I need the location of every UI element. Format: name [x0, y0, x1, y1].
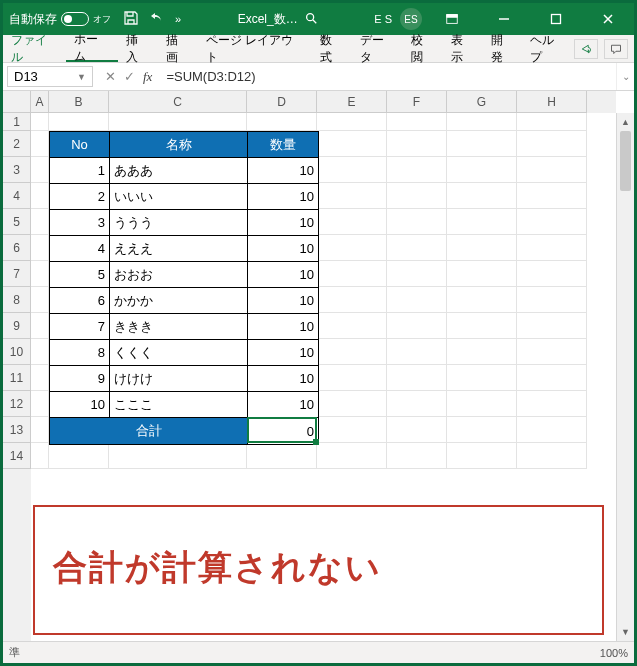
row-header-3[interactable]: 3	[3, 157, 31, 183]
close-button[interactable]	[586, 3, 630, 35]
row-header-10[interactable]: 10	[3, 339, 31, 365]
scroll-down-icon[interactable]: ▼	[617, 623, 634, 641]
scroll-up-icon[interactable]: ▲	[617, 113, 634, 131]
toggle-switch[interactable]	[61, 12, 89, 26]
tab-1[interactable]: ホーム	[66, 35, 118, 62]
zoom-level[interactable]: 100%	[600, 647, 628, 659]
search-icon[interactable]	[304, 11, 318, 28]
tab-10[interactable]: ヘルプ	[522, 35, 574, 62]
cell-name-1[interactable]: いいい	[110, 184, 248, 210]
chevron-down-icon[interactable]: ▼	[77, 72, 86, 82]
row-header-2[interactable]: 2	[3, 131, 31, 157]
save-icon[interactable]	[123, 10, 139, 29]
tab-0[interactable]: ファイル	[3, 35, 66, 62]
cell-no-0[interactable]: 1	[50, 158, 110, 184]
row-header-5[interactable]: 5	[3, 209, 31, 235]
cell-name-8[interactable]: けけけ	[110, 366, 248, 392]
autosave-toggle[interactable]: 自動保存 オフ	[9, 11, 111, 28]
column-headers: ABCDEFGH	[31, 91, 616, 113]
cell-no-7[interactable]: 8	[50, 340, 110, 366]
cell-no-6[interactable]: 7	[50, 314, 110, 340]
cell-no-4[interactable]: 5	[50, 262, 110, 288]
scroll-thumb[interactable]	[620, 131, 631, 191]
header-qty[interactable]: 数量	[248, 132, 318, 158]
cell-name-3[interactable]: えええ	[110, 236, 248, 262]
cell-name-2[interactable]: ううう	[110, 210, 248, 236]
cell-no-8[interactable]: 9	[50, 366, 110, 392]
row-header-14[interactable]: 14	[3, 443, 31, 469]
status-bar: 準 100%	[3, 641, 634, 663]
tab-8[interactable]: 表示	[443, 35, 483, 62]
fx-icon[interactable]: fx	[143, 69, 152, 85]
row-header-8[interactable]: 8	[3, 287, 31, 313]
cell-no-1[interactable]: 2	[50, 184, 110, 210]
cell-qty-2[interactable]: 10	[248, 210, 318, 236]
tab-7[interactable]: 校閲	[403, 35, 443, 62]
col-header-E[interactable]: E	[317, 91, 387, 113]
ribbon-display-icon[interactable]	[430, 3, 474, 35]
formula-input[interactable]	[160, 63, 616, 90]
cell-no-5[interactable]: 6	[50, 288, 110, 314]
autosave-state: オフ	[93, 13, 111, 26]
tab-4[interactable]: ページ レイアウト	[198, 35, 312, 62]
name-box[interactable]: D13 ▼	[7, 66, 93, 87]
cell-qty-9[interactable]: 10	[248, 392, 318, 418]
row-header-9[interactable]: 9	[3, 313, 31, 339]
cell-no-3[interactable]: 4	[50, 236, 110, 262]
maximize-button[interactable]	[534, 3, 578, 35]
col-header-B[interactable]: B	[49, 91, 109, 113]
cell-name-5[interactable]: かかか	[110, 288, 248, 314]
total-value[interactable]: 0	[248, 418, 318, 444]
name-box-value: D13	[14, 69, 38, 84]
tab-2[interactable]: 挿入	[118, 35, 158, 62]
cancel-formula-icon[interactable]: ✕	[105, 69, 116, 84]
svg-point-0	[306, 13, 313, 20]
col-header-G[interactable]: G	[447, 91, 517, 113]
cell-qty-8[interactable]: 10	[248, 366, 318, 392]
cell-name-7[interactable]: くくく	[110, 340, 248, 366]
cell-name-6[interactable]: ききき	[110, 314, 248, 340]
cell-no-9[interactable]: 10	[50, 392, 110, 418]
cell-no-2[interactable]: 3	[50, 210, 110, 236]
row-header-12[interactable]: 12	[3, 391, 31, 417]
undo-icon[interactable]	[149, 10, 165, 29]
tab-5[interactable]: 数式	[312, 35, 352, 62]
cell-qty-1[interactable]: 10	[248, 184, 318, 210]
row-header-6[interactable]: 6	[3, 235, 31, 261]
cell-name-4[interactable]: おおお	[110, 262, 248, 288]
share-button[interactable]	[574, 39, 598, 59]
expand-formula-bar-icon[interactable]: ⌄	[616, 63, 634, 90]
minimize-button[interactable]	[482, 3, 526, 35]
cell-qty-5[interactable]: 10	[248, 288, 318, 314]
row-header-11[interactable]: 11	[3, 365, 31, 391]
enter-formula-icon[interactable]: ✓	[124, 69, 135, 84]
header-no[interactable]: No	[50, 132, 110, 158]
row-header-7[interactable]: 7	[3, 261, 31, 287]
annotation-callout: 合計が計算されない	[33, 505, 604, 635]
user-avatar[interactable]: ES	[400, 8, 422, 30]
tab-3[interactable]: 描画	[158, 35, 198, 62]
col-header-H[interactable]: H	[517, 91, 587, 113]
cell-qty-3[interactable]: 10	[248, 236, 318, 262]
cell-qty-0[interactable]: 10	[248, 158, 318, 184]
tab-9[interactable]: 開発	[483, 35, 523, 62]
row-header-13[interactable]: 13	[3, 417, 31, 443]
total-label[interactable]: 合計	[50, 418, 248, 444]
col-header-D[interactable]: D	[247, 91, 317, 113]
callout-text: 合計が計算されない	[35, 507, 602, 629]
col-header-F[interactable]: F	[387, 91, 447, 113]
cell-qty-6[interactable]: 10	[248, 314, 318, 340]
cell-name-9[interactable]: こここ	[110, 392, 248, 418]
vertical-scrollbar[interactable]: ▲ ▼	[616, 113, 634, 641]
select-all-corner[interactable]	[3, 91, 31, 113]
col-header-C[interactable]: C	[109, 91, 247, 113]
cell-name-0[interactable]: あああ	[110, 158, 248, 184]
col-header-A[interactable]: A	[31, 91, 49, 113]
tab-6[interactable]: データ	[352, 35, 404, 62]
cell-qty-7[interactable]: 10	[248, 340, 318, 366]
cell-qty-4[interactable]: 10	[248, 262, 318, 288]
row-header-1[interactable]: 1	[3, 113, 31, 131]
header-name[interactable]: 名称	[110, 132, 248, 158]
comments-button[interactable]	[604, 39, 628, 59]
row-header-4[interactable]: 4	[3, 183, 31, 209]
